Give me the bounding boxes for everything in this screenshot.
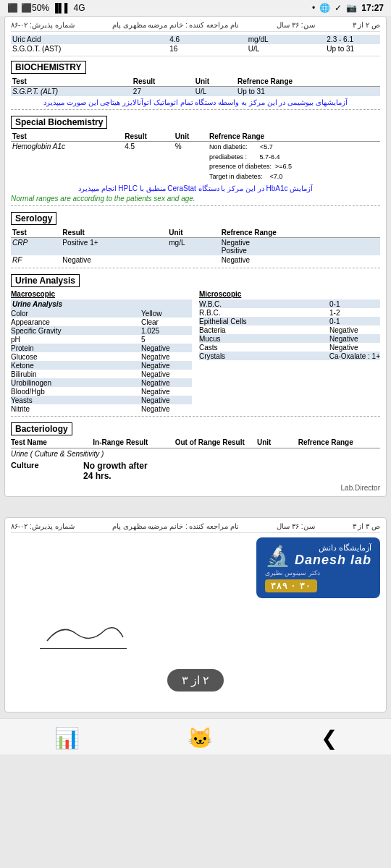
ua-test-value: Negative <box>141 405 192 413</box>
table-row: Hemoglobin A1c 4.5 % Non diabetic: <5.7 … <box>11 142 380 183</box>
test-unit: U/L <box>247 44 326 54</box>
test-result: 4.6 <box>168 35 247 44</box>
test-unit <box>167 255 219 265</box>
col-out-range: Out of Range Result <box>175 438 257 446</box>
table-row: RF Negative Negative <box>11 255 380 265</box>
biochemistry-section: BIOCHEMISTRY Test Result Unit Refrence R… <box>11 58 380 106</box>
page-number-badge: ۲ از ۳ <box>167 669 224 692</box>
ua-test-value: 1-2 <box>329 309 380 317</box>
test-name: S.G.P.T. (ALT) <box>11 87 132 97</box>
list-item: Protein Negative <box>11 344 192 352</box>
col-unit: Unit <box>194 77 236 87</box>
patient-age: سن: ۳۶ سال <box>277 21 314 29</box>
microscopic-label: Microscopic <box>199 290 380 298</box>
test-result: 4.5 <box>123 142 174 183</box>
urine-analysis-section: Urine Analysis Macroscopic Urine Analysi… <box>11 271 380 413</box>
test-range: Up to 31 <box>236 87 380 97</box>
info-bar-page1: شماره پذیرش: ۰۲-۸۶ نام مراجعه کننده : خا… <box>11 21 380 32</box>
ua-test-value: Negative <box>141 344 192 352</box>
patient-age-p2: سن: ۳۶ سال <box>277 522 314 530</box>
ua-test-value: Negative <box>141 370 192 378</box>
ua-test-value: Negative <box>141 353 192 361</box>
serology-header: Serology <box>11 212 56 225</box>
ua-test-label: Specific Gravity <box>11 327 76 335</box>
test-unit: % <box>174 142 208 183</box>
list-item: Glucose Negative <box>11 352 192 361</box>
col-ref-range: Refrence Range <box>298 438 380 446</box>
col-test: Test <box>11 132 123 142</box>
logo-area: 🔬 آزمایشگاه دانش Danesh lab دکتر سینوس ن… <box>11 537 380 598</box>
col-range: Refrence Range <box>236 77 380 87</box>
col-range: Refrence Range <box>208 132 380 142</box>
culture-label: Culture <box>11 461 69 469</box>
ua-test-label: Appearance <box>11 318 76 326</box>
admission-number-p2: شماره پذیرش: ۰۲-۸۶ <box>11 522 75 530</box>
culture-value: No growth after24 hrs. <box>83 461 148 481</box>
biochemistry-notice: آزمایشهای بیوشیمی در این مرکز به واسطه د… <box>11 98 380 106</box>
test-result: Negative <box>61 255 167 265</box>
ua-test-label: Ketone <box>11 362 76 370</box>
page-gap <box>0 503 391 511</box>
list-item: Specific Gravity 1.025 <box>11 326 192 335</box>
ua-test-value: Ca-Oxalate : 1+ <box>329 352 380 360</box>
list-item: Color Yellow <box>11 309 192 318</box>
battery-percent: ⬛50% <box>21 3 49 13</box>
ua-test-value: 5 <box>141 336 192 344</box>
test-name: S.G.O.T. (AST) <box>11 44 168 54</box>
list-item: Nitrite Negative <box>11 404 192 413</box>
special-biochemistry-header: Special Biochemistry <box>11 116 107 129</box>
urine-grid: Macroscopic Urine Analysis Color Yellow … <box>11 290 380 413</box>
list-item: Bacteria Negative <box>199 326 380 334</box>
ua-test-label: Protein <box>11 344 76 352</box>
serology-table: Test Result Unit Refrence Range CRP Posi… <box>11 228 380 265</box>
nav-icon-cat[interactable]: 🐱 <box>188 726 213 750</box>
col-result: Result <box>132 77 194 87</box>
admission-number: شماره پذیرش: ۰۲-۸۶ <box>11 21 75 29</box>
logo-text-block: آزمایشگاه دانش Danesh lab <box>295 543 371 568</box>
test-result: Positive 1+ <box>61 238 167 256</box>
page-1: شماره پذیرش: ۰۲-۸۶ نام مراجعه کننده : خا… <box>4 16 387 497</box>
microscopic-col: Microscopic W.B.C. 0-1 R.B.C. 1-2 Epithe… <box>199 290 380 413</box>
ua-test-value: 0-1 <box>329 300 380 308</box>
battery-icon: ⬛ <box>7 3 18 13</box>
camera-icon: 📷 <box>346 3 357 13</box>
col-test-name: Test Name <box>11 438 93 446</box>
ua-test-label: Casts <box>199 344 264 352</box>
nav-icon-back[interactable]: ❮ <box>321 726 337 750</box>
special-biochemistry-section: Special Biochemistry Test Result Unit Re… <box>11 113 380 203</box>
ua-test-label: Bacteria <box>199 326 264 334</box>
dot-indicator: • <box>312 3 315 13</box>
lab-logo-icon: 🔬 <box>265 544 290 568</box>
ua-test-label: Epithelial Cells <box>199 318 264 326</box>
test-unit: U/L <box>194 87 236 97</box>
status-bar: ⬛ ⬛50% ▐▌▌ 4G • 🌐 ✓ 📷 17:27 <box>0 0 391 16</box>
ua-test-value: Negative <box>141 396 192 404</box>
test-name: CRP <box>11 238 61 256</box>
table-row: S.G.O.T. (AST) 16 U/L Up to 31 <box>11 44 380 54</box>
test-name: Hemoglobin A1c <box>11 142 123 183</box>
ua-test-label: Nitrite <box>11 405 76 413</box>
check-icon: ✓ <box>335 3 342 13</box>
page-number-container: ۲ از ۳ <box>11 662 380 699</box>
signal-icon: ▐▌▌ <box>52 3 71 13</box>
network-badge: 4G <box>74 3 85 13</box>
biochemistry-header: BIOCHEMISTRY <box>11 61 86 74</box>
test-range: Non diabetic: <5.7 prediabetes : 5.7-6.4… <box>208 142 380 183</box>
logo-title-arabic: آزمایشگاه دانش <box>295 543 371 553</box>
macroscopic-label: Macroscopic <box>11 290 192 298</box>
col-test: Test <box>11 77 132 87</box>
ua-test-value: Yellow <box>141 310 192 318</box>
signature-line <box>40 620 127 649</box>
biochemistry-table: Test Result Unit Refrence Range S.G.P.T.… <box>11 77 380 96</box>
special-biochemistry-table: Test Result Unit Refrence Range Hemoglob… <box>11 132 380 182</box>
table-header-row: Test Result Unit Refrence Range <box>11 77 380 87</box>
list-item: Mucus Negative <box>199 334 380 343</box>
nav-icon-chart[interactable]: 📊 <box>54 726 80 750</box>
bottom-nav[interactable]: 📊 🐱 ❮ <box>0 718 391 754</box>
list-item: W.B.C. 0-1 <box>199 299 380 308</box>
macroscopic-col: Macroscopic Urine Analysis Color Yellow … <box>11 290 192 413</box>
ua-test-value: 1.025 <box>141 327 192 335</box>
bacteriology-header: Bacteriology <box>11 422 72 435</box>
ua-test-value: 0-1 <box>329 318 380 326</box>
list-item: Crystals Ca-Oxalate : 1+ <box>199 352 380 360</box>
